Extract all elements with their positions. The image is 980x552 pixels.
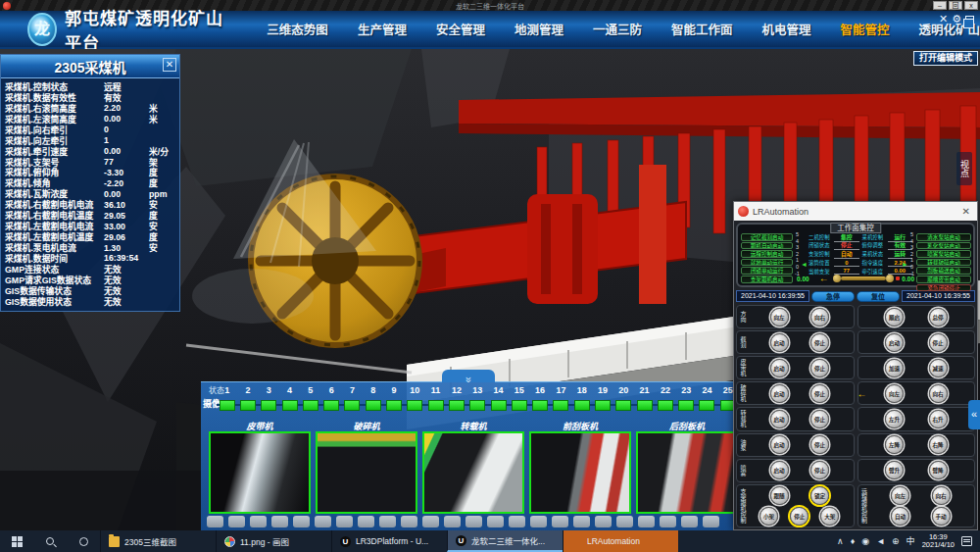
pager-square[interactable] xyxy=(660,516,676,527)
usb-icon[interactable]: ♦ xyxy=(851,536,856,546)
camera-feed-video[interactable] xyxy=(636,431,735,514)
camera-status-toggle[interactable] xyxy=(532,400,548,411)
nav-item-1[interactable]: 三维态势图 xyxy=(267,20,328,38)
window-layout-icon[interactable] xyxy=(965,16,974,24)
pager-square[interactable] xyxy=(509,516,525,527)
mode-button[interactable]: 乳化泵站启动 xyxy=(916,242,971,250)
control-button[interactable]: 加速 xyxy=(885,359,904,377)
control-group[interactable]: 油泵启动停止 xyxy=(736,433,855,457)
control-group[interactable]: 截割启动停止 xyxy=(736,330,855,354)
defender-shield-icon[interactable]: ◉ xyxy=(861,536,869,546)
network-icon[interactable]: ⊕ xyxy=(892,536,900,546)
cortana-button[interactable] xyxy=(67,537,100,546)
control-button[interactable]: 启动 xyxy=(770,435,789,454)
pager-square[interactable] xyxy=(207,516,223,527)
pager-square[interactable] xyxy=(336,516,353,527)
camera-status-toggle[interactable] xyxy=(386,400,402,411)
control-button[interactable]: 向左 xyxy=(885,384,904,403)
control-button[interactable]: 向左 xyxy=(891,486,909,505)
camera-status-toggle[interactable] xyxy=(615,400,631,411)
control-button[interactable]: 启动 xyxy=(770,359,789,377)
control-group[interactable]: 支架跟机控制跟随锁定小架停止大架 xyxy=(736,484,855,527)
control-group[interactable]: 方向向左向右 xyxy=(736,305,855,328)
action-center-icon[interactable] xyxy=(961,536,972,546)
camera-status-toggle[interactable] xyxy=(344,400,360,411)
camera-status-toggle[interactable] xyxy=(303,400,318,411)
camera-status-toggle[interactable] xyxy=(637,400,653,411)
pager-square[interactable] xyxy=(595,516,612,527)
control-group[interactable]: 破碎机启动停止 xyxy=(736,381,855,405)
camera-feed-video[interactable] xyxy=(209,431,311,514)
taskbar-task[interactable]: LRAutomation xyxy=(563,530,678,552)
control-button[interactable]: 启动 xyxy=(770,333,789,352)
panel-minimize-chevron-icon[interactable]: « xyxy=(442,370,495,382)
pager-square[interactable] xyxy=(401,516,417,527)
control-group[interactable]: 转载机启动停止 xyxy=(736,407,855,430)
control-button[interactable]: 跟随 xyxy=(770,486,789,505)
panel-collapse-tab[interactable]: « xyxy=(968,400,980,429)
pager-square[interactable] xyxy=(703,516,719,527)
control-button[interactable]: 启动 xyxy=(885,333,904,352)
tools-icon[interactable]: ✕ xyxy=(939,14,948,25)
nav-item-4[interactable]: 地测管理 xyxy=(514,20,564,38)
camera-status-toggle[interactable] xyxy=(261,400,276,411)
control-button[interactable]: 大架 xyxy=(820,507,839,526)
camera-status-toggle[interactable] xyxy=(282,400,298,411)
control-button[interactable]: 小架 xyxy=(760,507,778,526)
pager-square[interactable] xyxy=(530,516,547,527)
control-group[interactable]: ←向左向右 xyxy=(858,381,976,405)
mode-button[interactable]: 刮板输送启动 xyxy=(916,267,971,275)
control-button[interactable]: 手动 xyxy=(932,507,951,526)
control-button[interactable]: 启动 xyxy=(770,461,789,479)
mode-button[interactable]: 远程控制启动 xyxy=(741,250,793,258)
control-group[interactable]: 加速减速 xyxy=(858,356,976,379)
control-button[interactable]: 向左 xyxy=(770,308,789,326)
pager-square[interactable] xyxy=(681,516,698,527)
control-group[interactable]: 左降右降 xyxy=(858,433,976,457)
pager-square[interactable] xyxy=(293,516,310,527)
pager-square[interactable] xyxy=(315,516,331,527)
control-group[interactable]: 喷雾启动停止 xyxy=(736,459,855,482)
control-button[interactable]: 顺启 xyxy=(885,308,904,326)
control-button[interactable]: 总停 xyxy=(929,308,948,326)
control-button[interactable]: 左降 xyxy=(885,435,904,454)
pager-square[interactable] xyxy=(271,516,288,527)
pager-square[interactable] xyxy=(466,516,482,527)
maximize-button[interactable]: 回 xyxy=(949,1,962,10)
nav-item-3[interactable]: 安全管理 xyxy=(436,20,485,38)
taskbar-task[interactable]: U龙软二三维一体化... xyxy=(447,530,563,552)
control-button[interactable]: 自动 xyxy=(891,507,909,526)
pager-square[interactable] xyxy=(552,516,568,527)
gear-icon[interactable]: ⚙ xyxy=(952,14,961,25)
camera-status-toggle[interactable] xyxy=(240,400,256,411)
pager-square[interactable] xyxy=(616,516,633,527)
camera-status-toggle[interactable] xyxy=(553,400,568,411)
pager-square[interactable] xyxy=(228,516,245,527)
camera-status-toggle[interactable] xyxy=(491,400,507,411)
mode-button[interactable]: 转载破碎启动 xyxy=(916,259,971,267)
control-button[interactable]: 启动 xyxy=(770,384,789,403)
pager-square[interactable] xyxy=(638,516,655,527)
camera-status-toggle[interactable] xyxy=(428,400,444,411)
nav-item-6[interactable]: 智能工作面 xyxy=(671,20,733,38)
control-button[interactable]: 右升 xyxy=(929,410,948,428)
panel-close-icon[interactable]: ✕ xyxy=(163,58,176,72)
control-group[interactable]: 左升右升 xyxy=(858,407,976,430)
minimize-button[interactable]: – xyxy=(933,1,947,10)
control-button[interactable]: 左升 xyxy=(885,410,904,428)
control-button[interactable]: 停止 xyxy=(790,507,808,526)
clock[interactable]: 16:39 2021/4/10 xyxy=(922,533,955,550)
lra-close-icon[interactable]: ✕ xyxy=(959,206,973,217)
taskbar-task[interactable]: 2305三维截图 xyxy=(100,530,216,552)
open-edit-mode-button[interactable]: 打开编辑模式 xyxy=(913,51,978,66)
control-group[interactable]: 顺启总停 xyxy=(858,305,976,328)
camera-status-toggle[interactable] xyxy=(658,400,673,411)
camera-feed-video[interactable] xyxy=(529,431,631,514)
pager-square[interactable] xyxy=(358,516,374,527)
pager-square[interactable] xyxy=(487,516,504,527)
mode-button[interactable]: 清水泵站启动 xyxy=(916,233,971,241)
control-button[interactable]: 启动 xyxy=(770,410,789,428)
hidden-icons-chevron-icon[interactable]: ∧ xyxy=(837,536,844,546)
control-button[interactable]: 停止 xyxy=(810,435,829,454)
control-button[interactable]: 减速 xyxy=(929,359,948,377)
